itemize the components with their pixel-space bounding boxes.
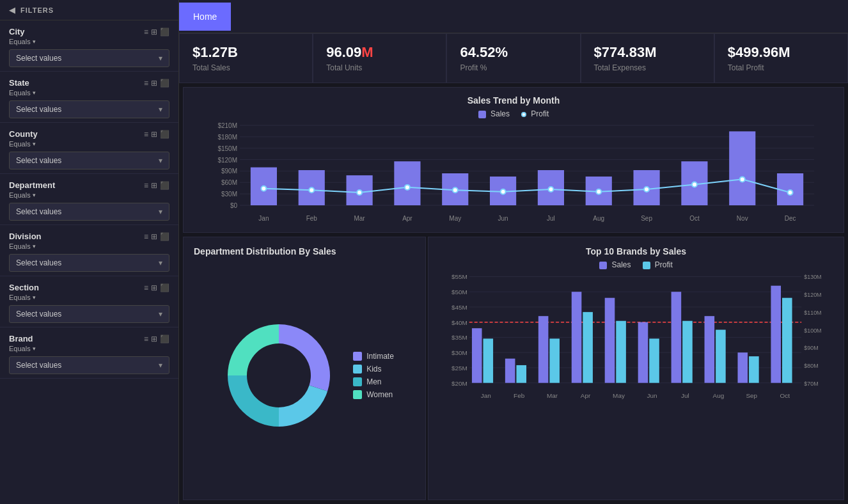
- svg-rect-89: [682, 321, 693, 383]
- svg-point-30: [357, 190, 362, 195]
- svg-text:Apr: Apr: [581, 392, 591, 399]
- filter-select-county[interactable]: Select values ▾: [9, 152, 169, 169]
- svg-point-37: [692, 182, 697, 187]
- filter-chevron-department[interactable]: ▾: [33, 192, 36, 198]
- filter-icon-list-county[interactable]: ≡: [144, 130, 148, 139]
- filter-select-value-county: Select values: [16, 156, 61, 165]
- filter-icon-grid-division[interactable]: ⊞: [151, 232, 157, 241]
- filter-select-city[interactable]: Select values ▾: [9, 49, 169, 67]
- kpi-card-total-expenses: $774.83MTotal Expenses: [581, 33, 714, 83]
- filter-select-brand[interactable]: Select values ▾: [9, 356, 169, 374]
- svg-text:$90M: $90M: [804, 345, 818, 351]
- filter-group-section: Section ≡ ⊞ ⬛ Equals ▾ Select values ▾: [0, 276, 178, 327]
- filter-icon-grid-department[interactable]: ⊞: [151, 181, 157, 190]
- filter-dropdown-arrow-state: ▾: [159, 105, 162, 114]
- svg-text:Mar: Mar: [354, 215, 365, 222]
- svg-text:Aug: Aug: [593, 215, 604, 222]
- filter-subtitle-section: Equals ▾: [9, 294, 169, 301]
- filter-dropdown-arrow-division: ▾: [159, 258, 162, 267]
- filter-icon-list-state[interactable]: ≡: [144, 79, 148, 88]
- filter-select-department[interactable]: Select values ▾: [9, 203, 169, 221]
- collapse-icon[interactable]: ◀: [9, 5, 15, 15]
- filter-icon-list-brand[interactable]: ≡: [144, 335, 148, 343]
- kpi-card-profit-pct: 64.52%Profit %: [446, 33, 580, 83]
- filter-subtitle-division: Equals ▾: [9, 242, 169, 250]
- filters-label: FILTERS: [20, 6, 54, 14]
- svg-rect-86: [638, 322, 648, 383]
- sales-trend-legend: Sales Profit: [194, 109, 833, 118]
- filter-icon-expand-section[interactable]: ⬛: [160, 283, 169, 292]
- brands-legend-profit: Profit: [643, 260, 673, 269]
- filter-chevron-city[interactable]: ▾: [33, 38, 36, 45]
- main-content: Home $1.27BTotal Sales96.09MTotal Units6…: [179, 0, 848, 504]
- brands-legend-sales-dot: [599, 262, 607, 269]
- svg-text:$150M: $150M: [217, 145, 237, 152]
- kpi-value-total-profit: $499.96M: [728, 44, 790, 61]
- filter-select-division[interactable]: Select values ▾: [9, 254, 169, 272]
- donut-legend: IntimateKidsMenWomen: [353, 352, 394, 399]
- filter-icon-expand-state[interactable]: ⬛: [160, 79, 169, 88]
- swatch-intimate: [353, 352, 362, 361]
- svg-point-28: [261, 186, 266, 191]
- svg-rect-95: [782, 298, 792, 383]
- filter-chevron-state[interactable]: ▾: [33, 90, 36, 96]
- svg-text:$180M: $180M: [217, 134, 237, 141]
- svg-rect-77: [483, 338, 493, 382]
- donut-legend-women: Women: [353, 390, 394, 399]
- filter-icon-grid-county[interactable]: ⊞: [151, 130, 157, 139]
- svg-text:Oct: Oct: [780, 392, 790, 399]
- filter-icon-list-department[interactable]: ≡: [144, 181, 148, 190]
- svg-rect-81: [549, 338, 560, 382]
- filter-title-county: County: [9, 129, 38, 139]
- svg-point-38: [740, 177, 745, 182]
- filter-icon-expand-city[interactable]: ⬛: [160, 28, 169, 36]
- filter-icon-expand-division[interactable]: ⬛: [160, 232, 169, 241]
- filter-group-state: State ≡ ⊞ ⬛ Equals ▾ Select values ▾: [0, 72, 178, 123]
- svg-rect-79: [516, 365, 526, 383]
- filter-icon-expand-county[interactable]: ⬛: [160, 130, 169, 139]
- filter-group-brand: Brand ≡ ⊞ ⬛ Equals ▾ Select values ▾: [0, 327, 178, 379]
- svg-rect-19: [394, 161, 420, 205]
- filter-chevron-county[interactable]: ▾: [33, 141, 36, 147]
- filter-chevron-division[interactable]: ▾: [33, 243, 36, 249]
- legend-profit: Profit: [521, 109, 549, 118]
- filter-icon-list-division[interactable]: ≡: [144, 232, 148, 241]
- filter-group-city: City ≡ ⊞ ⬛ Equals ▾ Select values ▾: [0, 20, 178, 72]
- svg-rect-88: [671, 292, 682, 382]
- kpi-label-total-sales: Total Sales: [192, 63, 230, 72]
- filter-chevron-section[interactable]: ▾: [33, 294, 36, 301]
- filter-dropdown-arrow-department: ▾: [159, 207, 162, 216]
- filter-icon-grid-city[interactable]: ⊞: [151, 28, 157, 36]
- legend-sales: Sales: [478, 109, 510, 118]
- filter-dropdown-arrow-section: ▾: [159, 310, 162, 319]
- filter-dropdown-arrow-city: ▾: [159, 54, 162, 63]
- kpi-value-total-units: 96.09M: [326, 44, 373, 61]
- svg-text:$60M: $60M: [221, 179, 237, 186]
- filter-icon-grid-section[interactable]: ⊞: [151, 283, 157, 292]
- filter-select-section[interactable]: Select values ▾: [9, 305, 169, 323]
- filter-select-value-state: Select values: [16, 105, 61, 114]
- filter-icon-expand-department[interactable]: ⬛: [160, 181, 169, 190]
- swatch-men: [353, 377, 362, 386]
- svg-text:$25M: $25M: [451, 365, 467, 372]
- filter-icon-grid-state[interactable]: ⊞: [151, 79, 157, 88]
- svg-text:$0: $0: [230, 202, 238, 209]
- filter-icon-list-city[interactable]: ≡: [144, 28, 148, 36]
- svg-text:Sep: Sep: [746, 392, 757, 399]
- filter-subtitle-brand: Equals ▾: [9, 345, 169, 352]
- svg-point-35: [596, 189, 601, 194]
- filter-icon-grid-brand[interactable]: ⊞: [151, 335, 157, 343]
- filter-icon-expand-brand[interactable]: ⬛: [160, 335, 169, 343]
- svg-text:$40M: $40M: [451, 319, 467, 326]
- svg-text:Sep: Sep: [641, 215, 652, 222]
- filter-chevron-brand[interactable]: ▾: [33, 345, 36, 352]
- tab-home[interactable]: Home: [179, 3, 231, 31]
- filter-title-city: City: [9, 27, 25, 36]
- filter-icon-list-section[interactable]: ≡: [144, 283, 148, 292]
- svg-rect-83: [583, 312, 593, 383]
- svg-point-29: [309, 187, 314, 193]
- svg-text:$80M: $80M: [804, 363, 818, 369]
- filter-group-department: Department ≡ ⊞ ⬛ Equals ▾ Select values …: [0, 174, 178, 225]
- filter-select-state[interactable]: Select values ▾: [9, 100, 169, 118]
- svg-rect-94: [771, 286, 781, 383]
